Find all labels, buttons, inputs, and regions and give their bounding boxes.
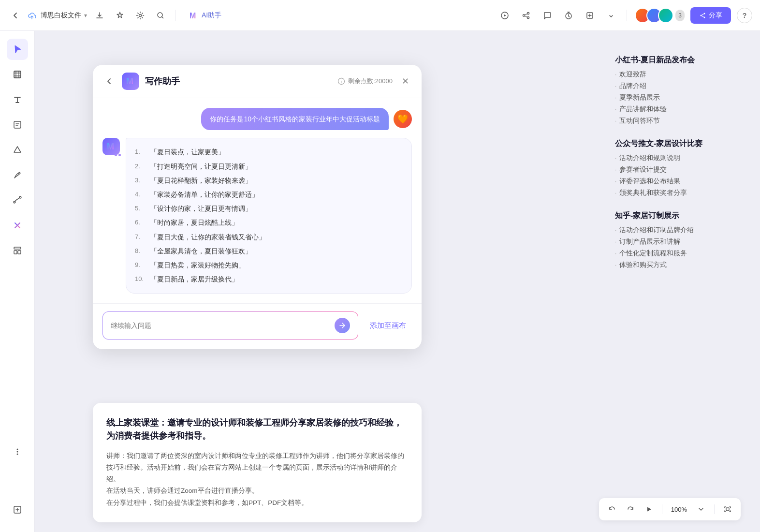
list-item: 6.「时尚家居，夏日炫酷上线」: [135, 217, 403, 229]
outline-item-label: 活动介绍和订制品牌介绍: [619, 226, 694, 235]
list-num: 4.: [135, 189, 146, 201]
left-sidebar: [0, 31, 35, 532]
list-item: 10.「夏日新品，家居升级换代」: [135, 273, 403, 285]
bottom-toolbar: 100%: [599, 498, 741, 520]
svg-point-11: [704, 16, 705, 18]
svg-point-4: [523, 15, 525, 16]
ai-panel-logo: M: [122, 73, 139, 90]
outline-section-title: 知乎-家居订制展示: [615, 211, 741, 221]
play-canvas-button[interactable]: [642, 502, 656, 517]
outline-item[interactable]: ·参赛者设计提交: [615, 165, 741, 174]
svg-point-19: [16, 449, 18, 450]
avatars-group: 3: [635, 8, 685, 23]
file-name-group[interactable]: 博思白板文件 ▾: [28, 11, 87, 20]
outline-item[interactable]: ·产品讲解和体验: [615, 105, 741, 114]
outline-item[interactable]: ·个性化定制流程和服务: [615, 249, 741, 258]
outline-item[interactable]: ·活动介绍和订制品牌介绍: [615, 226, 741, 235]
help-icon: ?: [743, 12, 747, 19]
outline-item[interactable]: ·活动介绍和规则说明: [615, 154, 741, 163]
outline-dot: ·: [615, 166, 616, 173]
share-button[interactable]: 分享: [690, 7, 731, 24]
share-cloud-button[interactable]: [518, 8, 534, 23]
sidebar-tool-ai[interactable]: [7, 215, 28, 236]
outline-dot: ·: [615, 238, 616, 245]
outline-dot: ·: [615, 118, 616, 124]
ai-assist-button[interactable]: M AI助手: [182, 8, 228, 23]
sidebar-tool-board[interactable]: [7, 499, 28, 520]
outline-item-label: 评委评选和公布结果: [619, 177, 680, 186]
list-num: 8.: [135, 245, 146, 257]
redo-button[interactable]: [623, 502, 638, 517]
sidebar-tool-connect[interactable]: [7, 190, 28, 211]
ai-send-button[interactable]: [335, 318, 350, 333]
outline-item[interactable]: ·品牌介绍: [615, 82, 741, 90]
sidebar-tool-shape[interactable]: [7, 139, 28, 161]
svg-point-21: [16, 454, 18, 455]
outline-item[interactable]: ·欢迎致辞: [615, 70, 741, 79]
svg-rect-12: [14, 71, 21, 78]
svg-text:M: M: [126, 76, 133, 86]
ai-input-field[interactable]: [111, 322, 330, 329]
help-button[interactable]: ?: [737, 8, 752, 23]
download-button[interactable]: [92, 8, 107, 23]
ai-panel-title: 写作助手: [145, 75, 332, 87]
outline-item-label: 活动介绍和规则说明: [619, 154, 680, 163]
sidebar-tool-more[interactable]: [7, 441, 28, 462]
export-button[interactable]: [582, 8, 598, 23]
outline-item[interactable]: ·体验和购买方式: [615, 261, 741, 269]
list-item: 1.「夏日装点，让家更美」: [135, 146, 403, 158]
add-to-canvas-button[interactable]: 添加至画布: [364, 317, 412, 334]
sidebar-tool-pen[interactable]: [7, 164, 28, 186]
timer-button[interactable]: [561, 8, 576, 23]
bottom-divider: [662, 504, 662, 514]
outline-item[interactable]: ·评委评选和公布结果: [615, 177, 741, 186]
ai-chat-panel: M 写作助手 i 剩余点数:20000 ✕: [93, 65, 422, 349]
sidebar-tool-note[interactable]: [7, 114, 28, 135]
zoom-value[interactable]: 100%: [668, 506, 690, 513]
svg-rect-13: [14, 121, 21, 128]
list-item: 2.「打造明亮空间，让夏日更清新」: [135, 161, 403, 173]
outline-item[interactable]: ·颁奖典礼和获奖者分享: [615, 189, 741, 197]
back-button[interactable]: [8, 8, 23, 23]
undo-button[interactable]: [605, 502, 619, 517]
ai-close-button[interactable]: ✕: [398, 74, 412, 88]
list-text: 「夏日大促，让你的家装省钱又省心」: [150, 231, 265, 243]
outline-item[interactable]: ·夏季新品展示: [615, 93, 741, 102]
svg-point-20: [16, 451, 18, 453]
file-dropdown-icon: ▾: [84, 12, 87, 19]
outline-item[interactable]: ·订制产品展示和讲解: [615, 237, 741, 246]
tag-button[interactable]: [112, 8, 128, 23]
list-text: 「打造明亮空间，让夏日更清新」: [150, 161, 252, 173]
toolbar-separator-1: [175, 10, 175, 21]
svg-rect-18: [18, 251, 21, 254]
svg-text:i: i: [341, 79, 342, 84]
outline-items: ·欢迎致辞·品牌介绍·夏季新品展示·产品讲解和体验·互动问答环节: [615, 70, 741, 125]
toolbar-right: 3 分享 ?: [497, 7, 752, 24]
list-text: 「家装必备清单，让你的家更舒适」: [150, 189, 259, 201]
more-button[interactable]: [603, 8, 619, 23]
settings-button[interactable]: [132, 8, 148, 23]
zoom-dropdown-button[interactable]: [694, 502, 708, 517]
comment-button[interactable]: [540, 8, 555, 23]
list-text: 「夏日装点，让家更美」: [150, 146, 225, 158]
fit-view-button[interactable]: [720, 502, 735, 517]
user-message-bubble: 你的任务是10个小红书风格的家装行业年中大促活动标题: [201, 108, 389, 130]
ai-input-wrapper: [102, 311, 358, 340]
sidebar-tool-text[interactable]: [7, 89, 28, 110]
search-button[interactable]: [153, 8, 168, 23]
outline-dot: ·: [615, 94, 616, 101]
user-avatar: 🧡: [394, 110, 412, 128]
list-text: 「夏日新品，家居升级换代」: [150, 273, 238, 285]
ai-message: M 1.「夏日装点，让家更美」2.「打造明亮空间，让夏日更清新」3.「夏日花样翻…: [102, 138, 412, 294]
outline-item[interactable]: ·互动问答环节: [615, 117, 741, 125]
sidebar-tool-cursor[interactable]: [7, 39, 28, 60]
sidebar-tool-template[interactable]: [7, 240, 28, 261]
play-button[interactable]: [497, 8, 512, 23]
ai-panel-header: M 写作助手 i 剩余点数:20000 ✕: [93, 65, 422, 98]
user-message: 你的任务是10个小红书风格的家装行业年中大促活动标题 🧡: [102, 108, 412, 130]
outline-section: 小红书-夏日新品发布会·欢迎致辞·品牌介绍·夏季新品展示·产品讲解和体验·互动问…: [615, 55, 741, 125]
ai-back-button[interactable]: [102, 74, 116, 88]
sidebar-tool-frame[interactable]: [7, 64, 28, 85]
svg-rect-17: [14, 251, 17, 254]
outline-item-label: 互动问答环节: [619, 117, 660, 125]
